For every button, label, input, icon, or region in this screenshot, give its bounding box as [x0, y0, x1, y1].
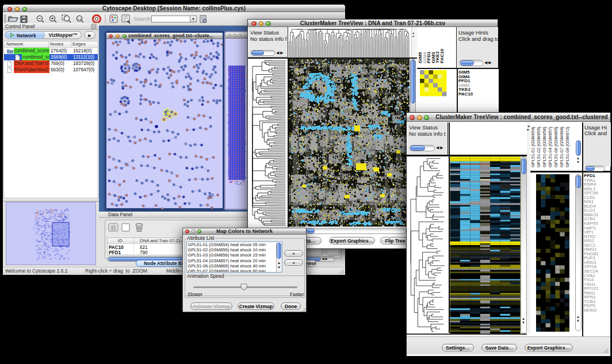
svg-text:Search:: Search: [134, 16, 152, 22]
svg-text:GPL51-07 (GSM868): GPL51-07 (GSM868) [559, 127, 564, 167]
svg-text:GPL51-01 (GSM854): GPL51-01 (GSM854) [530, 127, 536, 167]
svg-text:GPL51-02 (GSM855): GPL51-02 (GSM855) [536, 127, 541, 167]
svg-text:1:1: 1:1 [78, 17, 82, 21]
svg-text:GPL51-06 (GSM865): GPL51-06 (GSM865) [553, 127, 559, 167]
svg-text:GPL51-08 (GSM872): GPL51-08 (GSM872) [565, 127, 570, 167]
svg-text:GPL51-04 (GSM857): GPL51-04 (GSM857) [548, 127, 553, 167]
svg-text:PAC10: PAC10 [439, 48, 445, 63]
svg-text:GPL51-03 (GSM856): GPL51-03 (GSM856) [542, 127, 547, 167]
